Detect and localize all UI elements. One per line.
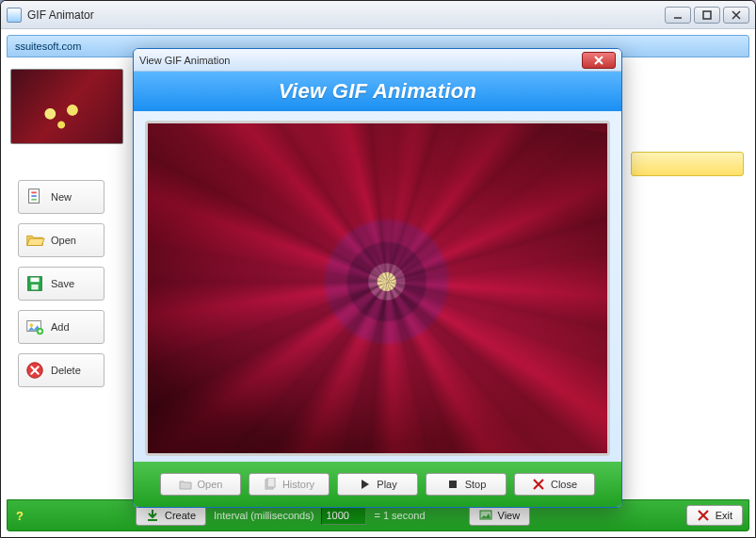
new-document-icon <box>24 187 45 207</box>
view-icon <box>479 509 492 522</box>
dialog-history-label: History <box>282 479 314 490</box>
view-gif-dialog: View GIF Animation View GIF Animation Op… <box>133 48 622 508</box>
interval-input[interactable] <box>321 506 366 525</box>
maximize-button[interactable] <box>694 7 720 24</box>
close-icon <box>532 478 545 491</box>
add-button-label: Add <box>51 321 70 333</box>
delete-button-label: Delete <box>51 365 81 376</box>
gif-preview <box>145 121 610 456</box>
app-icon <box>7 8 22 23</box>
interval-label: Interval (milliseconds) <box>214 510 314 521</box>
window-title: GIF Animator <box>27 8 94 22</box>
dialog-stop-label: Stop <box>465 479 487 490</box>
exit-button-label: Exit <box>716 510 732 521</box>
stop-icon <box>446 478 459 491</box>
svg-rect-0 <box>703 11 711 19</box>
dialog-open-button[interactable]: Open <box>160 473 241 496</box>
view-button[interactable]: View <box>469 505 531 526</box>
save-button-label: Save <box>51 278 74 289</box>
create-button[interactable]: Create <box>136 505 206 526</box>
create-icon <box>146 509 159 522</box>
dialog-history-button[interactable]: History <box>249 473 330 496</box>
svg-rect-14 <box>267 478 275 487</box>
branding-text: ssuitesoft.com <box>15 41 81 52</box>
dialog-play-button[interactable]: Play <box>337 473 418 496</box>
svg-point-9 <box>30 323 34 327</box>
floppy-disk-icon <box>24 273 45 294</box>
svg-rect-2 <box>31 192 37 194</box>
dialog-open-label: Open <box>198 479 223 490</box>
add-button[interactable]: Add <box>18 310 105 344</box>
sidebar: New Open Save Add Delete <box>7 57 129 499</box>
titlebar[interactable]: GIF Animator <box>1 1 755 29</box>
dialog-footer: Open History Play Stop Close <box>134 462 621 507</box>
minimize-button[interactable] <box>665 7 691 24</box>
exit-icon <box>697 509 710 522</box>
dialog-title: View GIF Animation <box>139 55 230 66</box>
dialog-play-label: Play <box>377 479 396 490</box>
dialog-stop-button[interactable]: Stop <box>426 473 507 496</box>
open-button-label: Open <box>51 235 76 246</box>
dialog-titlebar[interactable]: View GIF Animation <box>134 49 621 72</box>
delete-icon <box>24 360 45 381</box>
exit-button[interactable]: Exit <box>686 505 743 526</box>
play-icon <box>358 478 371 491</box>
save-button[interactable]: Save <box>18 267 105 301</box>
create-button-label: Create <box>165 510 196 521</box>
window-close-button[interactable] <box>723 7 749 24</box>
interval-suffix: = 1 second <box>374 510 425 521</box>
dialog-close-label: Close <box>551 479 577 490</box>
svg-rect-15 <box>449 481 457 488</box>
dialog-header: View GIF Animation <box>134 72 621 111</box>
history-icon <box>264 478 277 491</box>
add-image-icon <box>24 317 45 337</box>
dialog-body <box>134 111 621 462</box>
frame-list-item[interactable] <box>631 152 744 176</box>
view-button-label: View <box>498 510 521 521</box>
new-button[interactable]: New <box>18 180 105 214</box>
open-button[interactable]: Open <box>18 223 105 257</box>
folder-open-icon <box>24 230 45 251</box>
svg-rect-6 <box>30 278 39 283</box>
thumbnail-preview[interactable] <box>10 69 123 144</box>
preview-image <box>148 123 607 453</box>
main-window: GIF Animator ssuitesoft.com New Open <box>0 0 756 538</box>
svg-rect-3 <box>31 195 37 197</box>
help-button[interactable]: ? <box>13 509 26 523</box>
svg-rect-7 <box>31 285 38 290</box>
dialog-header-text: View GIF Animation <box>279 79 476 104</box>
dialog-close-action-button[interactable]: Close <box>514 473 595 496</box>
folder-icon <box>179 478 192 491</box>
delete-button[interactable]: Delete <box>18 353 105 387</box>
svg-rect-4 <box>31 199 37 201</box>
dialog-close-button[interactable] <box>582 52 616 69</box>
new-button-label: New <box>51 191 72 203</box>
